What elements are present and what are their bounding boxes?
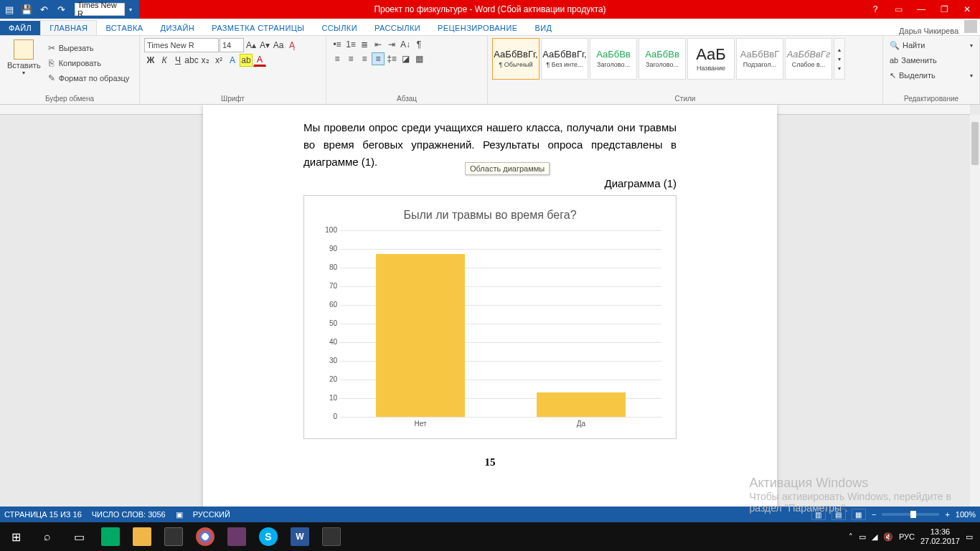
help-icon[interactable]: ? bbox=[865, 1, 885, 17]
tab-layout[interactable]: РАЗМЕТКА СТРАНИЦЫ bbox=[203, 21, 313, 35]
user-avatar[interactable] bbox=[964, 20, 977, 33]
document-page[interactable]: Мы провели опрос среди учащихся нашего к… bbox=[203, 105, 777, 522]
borders-icon[interactable]: ▦ bbox=[413, 52, 425, 65]
restore-icon[interactable]: ❐ bbox=[934, 1, 954, 17]
bar[interactable] bbox=[537, 392, 625, 417]
qat-dropdown-icon[interactable]: ▾ bbox=[129, 6, 136, 13]
tray-up-icon[interactable]: ˄ bbox=[849, 532, 853, 542]
redo-icon[interactable]: ↷ bbox=[55, 3, 67, 16]
bullets-icon[interactable]: •≡ bbox=[331, 38, 344, 51]
qat-font-selector[interactable]: Times New R bbox=[75, 3, 125, 16]
view-print-icon[interactable]: ▤ bbox=[831, 509, 846, 520]
shading-icon[interactable]: ◪ bbox=[399, 52, 412, 65]
style-normal[interactable]: АаБбВвГг,¶ Обычный bbox=[492, 38, 540, 80]
app-calculator[interactable] bbox=[316, 522, 347, 551]
zoom-slider[interactable] bbox=[882, 513, 939, 516]
tray-battery-icon[interactable]: ▭ bbox=[859, 532, 866, 542]
vertical-scrollbar[interactable] bbox=[970, 115, 980, 522]
underline-button[interactable]: Ч bbox=[171, 54, 184, 67]
tab-insert[interactable]: ВСТАВКА bbox=[97, 21, 151, 35]
zoom-in-icon[interactable]: + bbox=[945, 510, 949, 519]
app-skype[interactable]: S bbox=[253, 522, 284, 551]
clear-format-icon[interactable]: Ą bbox=[286, 39, 298, 52]
cut-button[interactable]: ✂Вырезать bbox=[47, 42, 130, 55]
highlight-icon[interactable]: ab bbox=[240, 54, 253, 67]
view-read-icon[interactable]: ▥ bbox=[811, 509, 826, 520]
ribbon-collapse-icon[interactable]: ▭ bbox=[888, 1, 908, 17]
bar[interactable] bbox=[376, 254, 464, 416]
style-subtitle[interactable]: АаБбВвГПодзагол... bbox=[736, 38, 783, 80]
user-name[interactable]: Дарья Чикирева bbox=[899, 27, 958, 35]
change-case-icon[interactable]: Aa bbox=[272, 39, 285, 52]
subscript-button[interactable]: x₂ bbox=[199, 54, 212, 67]
app-explorer[interactable] bbox=[126, 522, 158, 551]
style-nospacing[interactable]: АаБбВвГг,¶ Без инте... bbox=[541, 38, 588, 80]
app-edge[interactable] bbox=[95, 522, 126, 551]
replace-button[interactable]: abЗаменить bbox=[887, 53, 975, 67]
italic-button[interactable]: К bbox=[158, 54, 171, 67]
copy-button[interactable]: ⎘Копировать bbox=[47, 57, 130, 70]
styles-up-icon[interactable]: ▴ bbox=[838, 47, 841, 53]
align-left-icon[interactable]: ≡ bbox=[331, 52, 344, 65]
bold-button[interactable]: Ж bbox=[144, 54, 157, 67]
indent-inc-icon[interactable]: ⇥ bbox=[385, 38, 398, 51]
tab-design[interactable]: ДИЗАЙН bbox=[152, 21, 204, 35]
styles-gallery[interactable]: АаБбВвГг,¶ Обычный АаБбВвГг,¶ Без инте..… bbox=[492, 38, 878, 80]
select-button[interactable]: ↖Выделить▾ bbox=[887, 68, 975, 83]
chart-caption[interactable]: Диаграмма (1) bbox=[303, 175, 677, 192]
app-store[interactable] bbox=[158, 522, 189, 551]
strike-button[interactable]: abc bbox=[185, 54, 198, 67]
start-icon[interactable]: ⊞ bbox=[0, 522, 32, 551]
status-words[interactable]: ЧИСЛО СЛОВ: 3056 bbox=[92, 510, 166, 519]
line-spacing-icon[interactable]: ‡≡ bbox=[385, 52, 398, 65]
style-heading1[interactable]: АаБбВвЗаголово... bbox=[590, 38, 637, 80]
multilevel-icon[interactable]: ≣ bbox=[358, 38, 371, 51]
font-size-select[interactable]: 14 bbox=[220, 38, 244, 52]
taskview-icon[interactable]: ▭ bbox=[63, 522, 95, 551]
format-painter-button[interactable]: ✎Формат по образцу bbox=[47, 72, 130, 85]
tray-wifi-icon[interactable]: ◢ bbox=[872, 532, 877, 542]
tray-sound-icon[interactable]: 🔇 bbox=[883, 532, 893, 542]
text-effects-icon[interactable]: A bbox=[226, 54, 239, 67]
status-proof-icon[interactable]: ▣ bbox=[176, 510, 183, 519]
align-center-icon[interactable]: ≡ bbox=[344, 52, 357, 65]
zoom-value[interactable]: 100% bbox=[956, 510, 976, 519]
chart-object[interactable]: Были ли травмы во время бега? 0102030405… bbox=[303, 195, 677, 439]
close-icon[interactable]: ✕ bbox=[957, 1, 977, 17]
tab-view[interactable]: ВИД bbox=[526, 21, 560, 35]
font-name-select[interactable]: Times New R bbox=[144, 38, 219, 52]
align-justify-icon[interactable]: ≡ bbox=[372, 52, 385, 65]
app-chrome[interactable] bbox=[189, 522, 221, 551]
superscript-button[interactable]: x² bbox=[212, 54, 225, 67]
minimize-icon[interactable]: — bbox=[911, 1, 931, 17]
numbering-icon[interactable]: 1≡ bbox=[344, 38, 357, 51]
style-emphasis[interactable]: АаБбВвГгСлабое в... bbox=[785, 38, 832, 80]
grow-font-icon[interactable]: A▴ bbox=[245, 39, 258, 52]
sort-icon[interactable]: A↓ bbox=[399, 38, 412, 51]
tray-clock[interactable]: 13:36 27.02.2017 bbox=[920, 527, 960, 546]
zoom-out-icon[interactable]: − bbox=[872, 510, 876, 519]
styles-down-icon[interactable]: ▾ bbox=[838, 56, 841, 62]
app-word[interactable]: W bbox=[284, 522, 316, 551]
show-marks-icon[interactable]: ¶ bbox=[413, 38, 425, 51]
tab-mailings[interactable]: РАССЫЛКИ bbox=[366, 21, 429, 35]
status-page[interactable]: СТРАНИЦА 15 ИЗ 16 bbox=[4, 510, 82, 519]
tab-home[interactable]: ГЛАВНАЯ bbox=[40, 20, 97, 35]
shrink-font-icon[interactable]: A▾ bbox=[258, 39, 271, 52]
tab-review[interactable]: РЕЦЕНЗИРОВАНИЕ bbox=[429, 21, 526, 35]
paste-button[interactable]: Вставить ▾ bbox=[4, 38, 44, 88]
tab-references[interactable]: ССЫЛКИ bbox=[313, 21, 366, 35]
styles-more-icon[interactable]: ▾ bbox=[838, 65, 841, 72]
style-title[interactable]: АаБНазвание bbox=[687, 38, 735, 80]
tab-file[interactable]: ФАЙЛ bbox=[0, 21, 40, 35]
search-icon[interactable]: ⌕ bbox=[32, 522, 63, 551]
app-misc[interactable] bbox=[221, 522, 253, 551]
save-icon[interactable]: 💾 bbox=[20, 3, 33, 16]
font-color-icon[interactable]: A bbox=[253, 54, 266, 67]
undo-icon[interactable]: ↶ bbox=[37, 3, 50, 16]
align-right-icon[interactable]: ≡ bbox=[358, 52, 371, 65]
tray-notifications-icon[interactable]: ▭ bbox=[966, 532, 973, 542]
style-heading2[interactable]: АаБбВвЗаголово... bbox=[639, 38, 686, 80]
view-web-icon[interactable]: ▦ bbox=[852, 509, 866, 520]
status-language[interactable]: РУССКИЙ bbox=[193, 510, 230, 519]
